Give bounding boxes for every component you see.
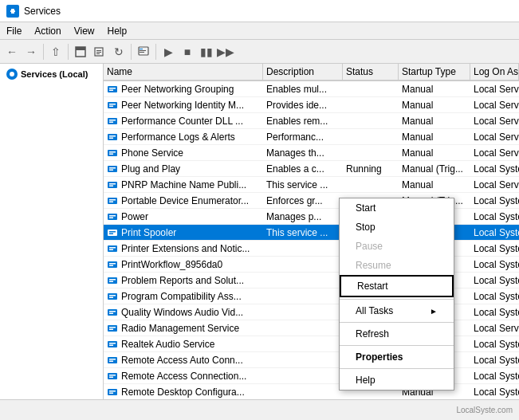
play-button[interactable]: ▶ bbox=[159, 43, 177, 61]
context-menu-item-start[interactable]: Start bbox=[340, 198, 454, 218]
col-header-status[interactable]: Status bbox=[343, 64, 399, 80]
service-icon bbox=[107, 195, 118, 206]
table-row[interactable]: Remote Access Connection... Automatic Lo… bbox=[104, 368, 519, 384]
table-row[interactable]: Quality Windows Audio Vid... Manual Loca… bbox=[104, 304, 519, 320]
svg-rect-6 bbox=[96, 50, 101, 51]
table-row[interactable]: Radio Management Service Manual Local Se… bbox=[104, 320, 519, 336]
table-row[interactable]: Realtek Audio Service Automatic Local Sy… bbox=[104, 336, 519, 352]
svg-rect-22 bbox=[109, 120, 116, 121]
table-row[interactable]: Performance Counter DLL ... Enables rem.… bbox=[104, 113, 519, 129]
col-header-startup[interactable]: Startup Type bbox=[399, 64, 470, 80]
svg-rect-10 bbox=[140, 49, 143, 49]
cell-desc bbox=[263, 257, 343, 272]
service-icon bbox=[107, 371, 118, 382]
context-menu-item-properties[interactable]: Properties bbox=[340, 347, 454, 367]
service-icon bbox=[107, 227, 118, 238]
context-menu-item-restart[interactable]: Restart bbox=[340, 275, 454, 297]
menu-view[interactable]: View bbox=[68, 22, 101, 39]
cell-name: Peer Networking Identity M... bbox=[104, 97, 263, 112]
show-hide-button[interactable] bbox=[72, 43, 89, 61]
cell-desc: Manages p... bbox=[263, 209, 343, 224]
cell-status bbox=[343, 97, 399, 112]
info-button[interactable] bbox=[135, 43, 152, 61]
context-menu-separator bbox=[340, 322, 454, 323]
cell-logon: Local Syste... bbox=[470, 161, 519, 176]
cell-desc: Enforces gr... bbox=[263, 193, 343, 208]
table-row[interactable]: Remote Access Auto Conn... Manual Local … bbox=[104, 352, 519, 368]
cell-name: Printer Extensions and Notic... bbox=[104, 241, 263, 256]
table-row[interactable]: Power Manages p... Running Automatic Loc… bbox=[104, 209, 519, 225]
context-menu-item-all-tasks[interactable]: All Tasks► bbox=[340, 301, 454, 320]
cell-desc: This service ... bbox=[263, 177, 343, 192]
context-menu-item-help[interactable]: Help bbox=[340, 371, 454, 390]
svg-rect-35 bbox=[109, 185, 113, 186]
svg-rect-26 bbox=[109, 137, 113, 139]
service-icon bbox=[107, 259, 118, 270]
table-row[interactable]: Program Compatibility Ass... Manual Loca… bbox=[104, 289, 519, 304]
svg-rect-38 bbox=[109, 201, 113, 202]
table-row[interactable]: Performance Logs & Alerts Performanc... … bbox=[104, 129, 519, 145]
svg-rect-4 bbox=[76, 47, 85, 50]
table-row[interactable]: PrintWorkflow_8956da0 Manual Local Syste… bbox=[104, 257, 519, 273]
context-menu: StartStopPauseResumeRestartAll Tasks►Ref… bbox=[339, 198, 454, 391]
menu-help[interactable]: Help bbox=[101, 22, 134, 39]
table-row[interactable]: Printer Extensions and Notic... Manual L… bbox=[104, 241, 519, 257]
table-row[interactable]: Remote Desktop Configura... Manual Local… bbox=[104, 384, 519, 399]
cell-desc bbox=[263, 273, 343, 288]
table-row[interactable]: Print Spooler This service ... Running A… bbox=[104, 225, 519, 241]
refresh-button[interactable]: ↻ bbox=[110, 43, 128, 61]
service-icon bbox=[107, 84, 118, 95]
cell-name: Peer Networking Grouping bbox=[104, 81, 263, 96]
cell-desc bbox=[263, 289, 343, 304]
cell-name: Phone Service bbox=[104, 145, 263, 160]
col-header-desc[interactable]: Description bbox=[263, 64, 343, 80]
table-row[interactable]: Peer Networking Grouping Enables mul... … bbox=[104, 81, 519, 97]
restart-button[interactable]: ▶▶ bbox=[217, 43, 234, 61]
status-bar: LocalSyste.com bbox=[0, 399, 519, 420]
cell-logon: Local Syste... bbox=[470, 289, 519, 304]
table-row[interactable]: PNRP Machine Name Publi... This service … bbox=[104, 177, 519, 193]
menu-file[interactable]: File bbox=[0, 22, 28, 39]
svg-rect-46 bbox=[109, 247, 116, 249]
up-button[interactable]: ⇧ bbox=[47, 43, 65, 61]
context-menu-item-stop[interactable]: Stop bbox=[340, 218, 454, 237]
table-row[interactable]: Peer Networking Identity M... Provides i… bbox=[104, 97, 519, 113]
col-header-name[interactable]: Name bbox=[104, 64, 263, 80]
cell-logon: Local Service bbox=[470, 97, 519, 112]
stop-button[interactable]: ■ bbox=[179, 43, 196, 61]
svg-rect-24 bbox=[108, 134, 117, 140]
cell-desc bbox=[263, 304, 343, 320]
service-icon bbox=[107, 291, 118, 302]
svg-rect-40 bbox=[109, 215, 116, 217]
back-button[interactable]: ← bbox=[3, 43, 21, 61]
cell-logon: Local Syste... bbox=[470, 257, 519, 272]
table-row[interactable]: Plug and Play Enables a c... Running Man… bbox=[104, 161, 519, 177]
svg-rect-39 bbox=[108, 214, 117, 220]
cell-desc: Manages th... bbox=[263, 145, 343, 160]
cell-status bbox=[343, 129, 399, 144]
cell-logon: Local Service bbox=[470, 81, 519, 96]
svg-rect-63 bbox=[108, 341, 117, 347]
toolbar-sep-1 bbox=[43, 44, 44, 60]
context-menu-item-refresh[interactable]: Refresh bbox=[340, 324, 454, 343]
export-button[interactable] bbox=[91, 43, 108, 61]
cell-status bbox=[343, 177, 399, 192]
service-icon bbox=[107, 387, 118, 398]
cell-desc: Enables a c... bbox=[263, 161, 343, 176]
svg-rect-15 bbox=[108, 86, 117, 92]
svg-rect-68 bbox=[109, 360, 113, 362]
svg-rect-23 bbox=[109, 121, 113, 123]
table-row[interactable]: Problem Reports and Solut... Manual Loca… bbox=[104, 273, 519, 289]
cell-startup: Manual bbox=[399, 129, 470, 144]
services-list[interactable]: Peer Networking Grouping Enables mul... … bbox=[104, 81, 519, 399]
table-row[interactable]: Portable Device Enumerator... Enforces g… bbox=[104, 193, 519, 209]
pause-button[interactable]: ▮▮ bbox=[198, 43, 215, 61]
svg-rect-73 bbox=[109, 391, 116, 392]
svg-rect-69 bbox=[108, 373, 117, 379]
forward-button[interactable]: → bbox=[22, 43, 40, 61]
col-header-logon[interactable]: Log On As bbox=[470, 64, 519, 80]
svg-rect-34 bbox=[109, 183, 116, 185]
cell-desc bbox=[263, 320, 343, 336]
menu-action[interactable]: Action bbox=[28, 22, 67, 39]
table-row[interactable]: Phone Service Manages th... Manual Local… bbox=[104, 145, 519, 161]
